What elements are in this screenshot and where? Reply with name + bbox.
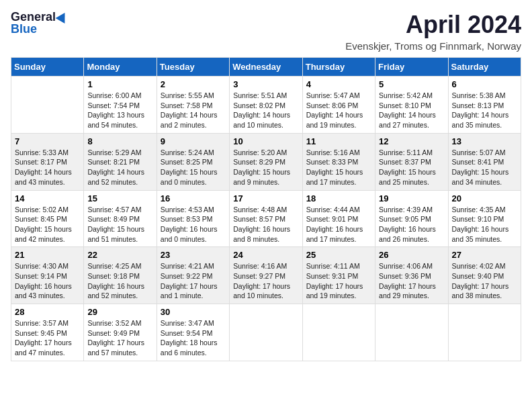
- calendar-cell: [375, 304, 448, 361]
- day-info: Sunrise: 3:47 AMSunset: 9:54 PMDaylight:…: [161, 318, 226, 358]
- day-number: 21: [15, 250, 80, 260]
- calendar-table: SundayMondayTuesdayWednesdayThursdayFrid…: [11, 57, 521, 361]
- day-info: Sunrise: 4:35 AMSunset: 9:10 PMDaylight:…: [452, 205, 517, 244]
- day-info: Sunrise: 5:51 AMSunset: 8:02 PMDaylight:…: [233, 91, 298, 130]
- day-info: Sunrise: 5:16 AMSunset: 8:33 PMDaylight:…: [306, 148, 371, 187]
- day-number: 30: [161, 307, 226, 317]
- day-number: 18: [306, 193, 371, 203]
- calendar-cell: 15Sunrise: 4:57 AMSunset: 8:49 PMDayligh…: [84, 190, 157, 247]
- day-number: 6: [452, 79, 517, 89]
- day-info: Sunrise: 4:44 AMSunset: 9:01 PMDaylight:…: [306, 205, 371, 244]
- weekday-header-friday: Friday: [375, 58, 448, 77]
- calendar-cell: 12Sunrise: 5:11 AMSunset: 8:37 PMDayligh…: [375, 133, 448, 190]
- weekday-header-wednesday: Wednesday: [230, 58, 302, 77]
- calendar-cell: 26Sunrise: 4:06 AMSunset: 9:36 PMDayligh…: [375, 247, 448, 304]
- day-info: Sunrise: 4:48 AMSunset: 8:57 PMDaylight:…: [233, 205, 298, 244]
- day-number: 11: [306, 136, 371, 146]
- calendar-cell: 22Sunrise: 4:25 AMSunset: 9:18 PMDayligh…: [84, 247, 157, 304]
- day-number: 12: [379, 136, 444, 146]
- calendar-cell: 30Sunrise: 3:47 AMSunset: 9:54 PMDayligh…: [157, 304, 229, 361]
- day-info: Sunrise: 3:52 AMSunset: 9:49 PMDaylight:…: [87, 318, 152, 358]
- calendar-cell: 17Sunrise: 4:48 AMSunset: 8:57 PMDayligh…: [230, 190, 302, 247]
- calendar-week-row: 7Sunrise: 5:33 AMSunset: 8:17 PMDaylight…: [11, 133, 521, 190]
- location-title: Evenskjer, Troms og Finnmark, Norway: [345, 40, 521, 52]
- calendar-week-row: 21Sunrise: 4:30 AMSunset: 9:14 PMDayligh…: [11, 247, 521, 304]
- day-number: 23: [161, 250, 226, 260]
- day-number: 17: [233, 193, 298, 203]
- calendar-cell: 13Sunrise: 5:07 AMSunset: 8:41 PMDayligh…: [448, 133, 521, 190]
- day-info: Sunrise: 4:11 AMSunset: 9:31 PMDaylight:…: [306, 261, 371, 301]
- calendar-cell: 25Sunrise: 4:11 AMSunset: 9:31 PMDayligh…: [302, 247, 375, 304]
- day-number: 16: [161, 193, 226, 203]
- weekday-header-monday: Monday: [84, 58, 157, 77]
- calendar-cell: 7Sunrise: 5:33 AMSunset: 8:17 PMDaylight…: [11, 133, 84, 190]
- calendar-header-row: SundayMondayTuesdayWednesdayThursdayFrid…: [11, 58, 521, 77]
- calendar-cell: 11Sunrise: 5:16 AMSunset: 8:33 PMDayligh…: [302, 133, 375, 190]
- day-info: Sunrise: 5:11 AMSunset: 8:37 PMDaylight:…: [379, 148, 444, 187]
- calendar-cell: 27Sunrise: 4:02 AMSunset: 9:40 PMDayligh…: [448, 247, 521, 304]
- calendar-cell: [11, 77, 84, 134]
- day-info: Sunrise: 5:02 AMSunset: 8:45 PMDaylight:…: [15, 205, 80, 244]
- day-info: Sunrise: 4:21 AMSunset: 9:22 PMDaylight:…: [161, 261, 226, 301]
- day-info: Sunrise: 4:16 AMSunset: 9:27 PMDaylight:…: [233, 261, 298, 301]
- day-number: 15: [87, 193, 152, 203]
- day-info: Sunrise: 4:06 AMSunset: 9:36 PMDaylight:…: [379, 261, 444, 301]
- calendar-cell: 10Sunrise: 5:20 AMSunset: 8:29 PMDayligh…: [230, 133, 302, 190]
- calendar-cell: 1Sunrise: 6:00 AMSunset: 7:54 PMDaylight…: [84, 77, 157, 134]
- day-number: 22: [87, 250, 152, 260]
- calendar-cell: 4Sunrise: 5:47 AMSunset: 8:06 PMDaylight…: [302, 77, 375, 134]
- calendar-week-row: 14Sunrise: 5:02 AMSunset: 8:45 PMDayligh…: [11, 190, 521, 247]
- day-info: Sunrise: 4:39 AMSunset: 9:05 PMDaylight:…: [379, 205, 444, 244]
- calendar-cell: 28Sunrise: 3:57 AMSunset: 9:45 PMDayligh…: [11, 304, 84, 361]
- calendar-cell: [302, 304, 375, 361]
- day-number: 26: [379, 250, 444, 260]
- calendar-cell: 23Sunrise: 4:21 AMSunset: 9:22 PMDayligh…: [157, 247, 229, 304]
- day-info: Sunrise: 4:57 AMSunset: 8:49 PMDaylight:…: [87, 205, 152, 244]
- day-number: 5: [379, 79, 444, 89]
- day-number: 7: [15, 136, 80, 146]
- day-number: 9: [161, 136, 226, 146]
- calendar-cell: 20Sunrise: 4:35 AMSunset: 9:10 PMDayligh…: [448, 190, 521, 247]
- calendar-cell: 6Sunrise: 5:38 AMSunset: 8:13 PMDaylight…: [448, 77, 521, 134]
- logo: General Blue: [11, 11, 68, 35]
- day-number: 10: [233, 136, 298, 146]
- day-info: Sunrise: 4:30 AMSunset: 9:14 PMDaylight:…: [15, 261, 80, 301]
- day-info: Sunrise: 5:24 AMSunset: 8:25 PMDaylight:…: [161, 148, 226, 187]
- day-info: Sunrise: 5:42 AMSunset: 8:10 PMDaylight:…: [379, 91, 444, 130]
- day-info: Sunrise: 3:57 AMSunset: 9:45 PMDaylight:…: [15, 318, 80, 358]
- day-info: Sunrise: 5:29 AMSunset: 8:21 PMDaylight:…: [87, 148, 152, 187]
- day-info: Sunrise: 4:02 AMSunset: 9:40 PMDaylight:…: [452, 261, 517, 301]
- day-info: Sunrise: 5:55 AMSunset: 7:58 PMDaylight:…: [161, 91, 226, 130]
- calendar-cell: 16Sunrise: 4:53 AMSunset: 8:53 PMDayligh…: [157, 190, 229, 247]
- calendar-week-row: 1Sunrise: 6:00 AMSunset: 7:54 PMDaylight…: [11, 77, 521, 134]
- calendar-cell: 3Sunrise: 5:51 AMSunset: 8:02 PMDaylight…: [230, 77, 302, 134]
- calendar-week-row: 28Sunrise: 3:57 AMSunset: 9:45 PMDayligh…: [11, 304, 521, 361]
- day-number: 8: [87, 136, 152, 146]
- day-number: 27: [452, 250, 517, 260]
- weekday-header-tuesday: Tuesday: [157, 58, 229, 77]
- calendar-cell: [230, 304, 302, 361]
- day-info: Sunrise: 6:00 AMSunset: 7:54 PMDaylight:…: [87, 91, 152, 130]
- calendar-cell: 2Sunrise: 5:55 AMSunset: 7:58 PMDaylight…: [157, 77, 229, 134]
- weekday-header-saturday: Saturday: [448, 58, 521, 77]
- calendar-cell: 14Sunrise: 5:02 AMSunset: 8:45 PMDayligh…: [11, 190, 84, 247]
- day-info: Sunrise: 5:47 AMSunset: 8:06 PMDaylight:…: [306, 91, 371, 130]
- day-number: 3: [233, 79, 298, 89]
- day-number: 4: [306, 79, 371, 89]
- day-number: 2: [161, 79, 226, 89]
- calendar-cell: 5Sunrise: 5:42 AMSunset: 8:10 PMDaylight…: [375, 77, 448, 134]
- calendar-cell: [448, 304, 521, 361]
- calendar-cell: 19Sunrise: 4:39 AMSunset: 9:05 PMDayligh…: [375, 190, 448, 247]
- day-number: 14: [15, 193, 80, 203]
- day-info: Sunrise: 5:33 AMSunset: 8:17 PMDaylight:…: [15, 148, 80, 187]
- weekday-header-thursday: Thursday: [302, 58, 375, 77]
- title-block: April 2024 Evenskjer, Troms og Finnmark,…: [345, 11, 521, 52]
- day-info: Sunrise: 4:25 AMSunset: 9:18 PMDaylight:…: [87, 261, 152, 301]
- day-number: 19: [379, 193, 444, 203]
- day-info: Sunrise: 5:20 AMSunset: 8:29 PMDaylight:…: [233, 148, 298, 187]
- calendar-cell: 18Sunrise: 4:44 AMSunset: 9:01 PMDayligh…: [302, 190, 375, 247]
- weekday-header-sunday: Sunday: [11, 58, 84, 77]
- page-header: General Blue April 2024 Evenskjer, Troms…: [11, 11, 521, 52]
- day-number: 29: [87, 307, 152, 317]
- day-info: Sunrise: 5:07 AMSunset: 8:41 PMDaylight:…: [452, 148, 517, 187]
